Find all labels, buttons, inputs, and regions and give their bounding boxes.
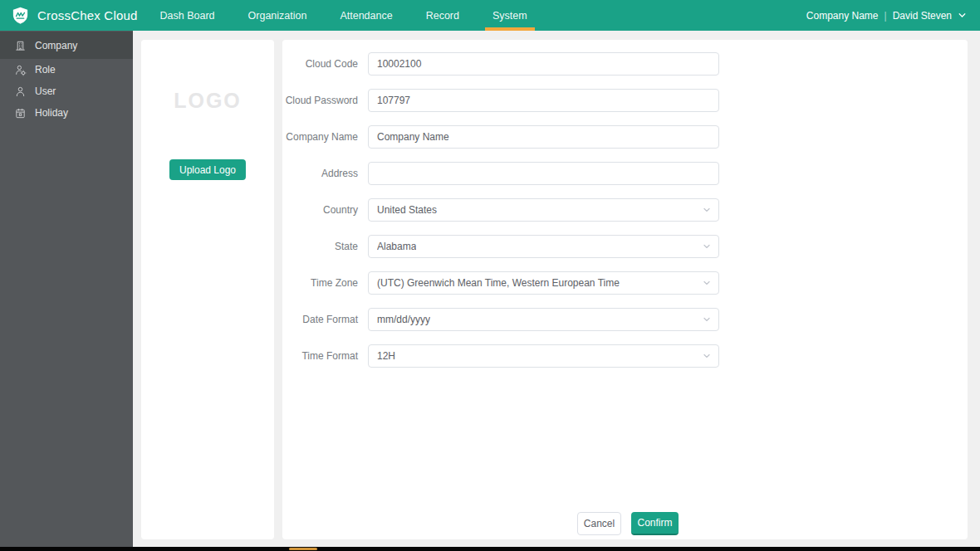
tab-organization[interactable]: Organization	[248, 0, 307, 31]
logo-panel: LOGO Upload Logo	[141, 40, 274, 539]
form-row-cloud-password: Cloud Password	[282, 89, 968, 112]
chevron-down-icon	[703, 276, 711, 290]
select-value: (UTC) Greenwich Mean Time, Western Europ…	[377, 277, 620, 289]
time-format-select[interactable]: 12H	[368, 344, 719, 368]
field-label: Time Zone	[282, 277, 368, 289]
form-row-address: Address	[282, 162, 968, 185]
company-name-input[interactable]	[368, 125, 719, 149]
tab-label: Attendance	[340, 10, 392, 22]
company-form: Cloud CodeCloud PasswordCompany NameAddr…	[282, 40, 968, 368]
upload-logo-button[interactable]: Upload Logo	[169, 159, 246, 180]
select-value: United States	[377, 204, 437, 216]
form-row-state: StateAlabama	[282, 235, 968, 258]
field-label: Country	[282, 204, 368, 216]
sidebar-item-label: User	[35, 85, 56, 97]
field-label: Cloud Password	[282, 95, 368, 106]
select-value: Alabama	[377, 241, 416, 252]
field-label: State	[282, 241, 368, 252]
form-row-country: CountryUnited States	[282, 198, 968, 222]
field-label: Company Name	[282, 131, 368, 143]
role-person-gear-icon	[14, 64, 27, 76]
tab-system[interactable]: System	[492, 0, 527, 31]
sidebar-item-company[interactable]: Company	[0, 32, 133, 59]
brand-name: CrossChex Cloud	[37, 8, 138, 22]
chevron-down-icon	[703, 312, 711, 327]
cloud-password-input[interactable]	[368, 89, 719, 112]
top-nav-bar: CrossChex Cloud Dash BoardOrganizationAt…	[0, 0, 980, 31]
state-select[interactable]: Alabama	[368, 235, 719, 258]
tab-attendance[interactable]: Attendance	[340, 0, 392, 31]
user-person-icon	[14, 85, 27, 98]
sidebar-item-user[interactable]: User	[0, 80, 133, 102]
form-row-date-format: Date Formatmm/dd/yyyy	[282, 308, 968, 331]
select-value: 12H	[377, 350, 395, 362]
tab-label: System	[492, 10, 527, 22]
header-company-label: Company Name	[806, 10, 879, 22]
logo-placeholder: LOGO	[141, 89, 274, 113]
form-row-company-name: Company Name	[282, 125, 968, 149]
bottom-edge	[0, 547, 980, 551]
address-input[interactable]	[368, 162, 719, 185]
header-separator: |	[884, 10, 887, 22]
company-settings-panel: Cloud CodeCloud PasswordCompany NameAddr…	[282, 40, 968, 539]
chevron-down-icon	[703, 202, 711, 217]
sidebar-item-holiday[interactable]: Holiday	[0, 102, 133, 124]
tab-record[interactable]: Record	[426, 0, 459, 31]
select-value: mm/dd/yyyy	[377, 314, 430, 325]
header-user-label: David Steven	[893, 10, 952, 22]
tab-label: Dash Board	[160, 10, 215, 22]
brand: CrossChex Cloud	[0, 6, 138, 25]
company-building-icon	[14, 39, 27, 51]
tab-label: Organization	[248, 10, 307, 22]
sidebar-item-label: Company	[35, 40, 77, 51]
chevron-down-icon	[703, 239, 711, 254]
time-zone-select[interactable]: (UTC) Greenwich Mean Time, Western Europ…	[368, 271, 719, 295]
form-row-cloud-code: Cloud Code	[282, 52, 968, 76]
date-format-select[interactable]: mm/dd/yyyy	[368, 308, 719, 331]
chevron-down-icon	[703, 349, 711, 363]
sidebar-item-label: Holiday	[35, 107, 68, 119]
chevron-down-icon	[958, 11, 967, 20]
cancel-button[interactable]: Cancel	[577, 512, 621, 535]
field-label: Cloud Code	[282, 58, 368, 70]
tab-dash-board[interactable]: Dash Board	[160, 0, 215, 31]
country-select[interactable]: United States	[368, 198, 719, 222]
active-tab-underline	[485, 27, 535, 31]
field-label: Time Format	[282, 350, 368, 362]
form-row-time-format: Time Format12H	[282, 344, 968, 368]
main-nav: Dash BoardOrganizationAttendanceRecordSy…	[160, 0, 561, 31]
form-row-time-zone: Time Zone(UTC) Greenwich Mean Time, West…	[282, 271, 968, 295]
account-menu[interactable]: Company Name | David Steven	[806, 0, 967, 31]
crosschex-logo-icon	[11, 6, 30, 25]
bottom-edge-accent	[289, 548, 317, 550]
sidebar: CompanyRoleUserHoliday	[0, 31, 133, 547]
field-label: Address	[282, 168, 368, 179]
sidebar-item-role[interactable]: Role	[0, 59, 133, 80]
sidebar-item-label: Role	[35, 64, 56, 76]
field-label: Date Format	[282, 314, 368, 325]
confirm-button[interactable]: Confirm	[631, 512, 679, 535]
cloud-code-input[interactable]	[368, 52, 719, 76]
holiday-calendar-icon	[14, 107, 27, 119]
tab-label: Record	[426, 10, 459, 22]
